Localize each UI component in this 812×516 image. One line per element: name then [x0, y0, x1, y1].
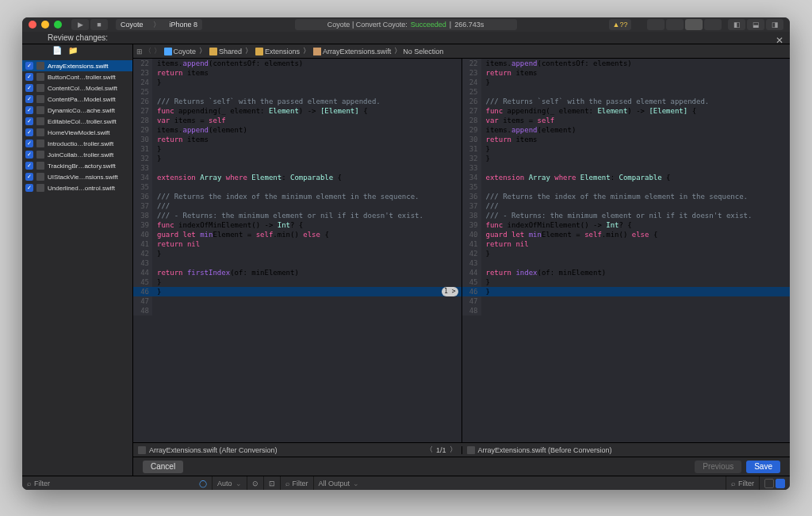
filter-left[interactable]: ⌕ Filter ◯ [22, 476, 213, 490]
run-button[interactable]: ▶ [71, 19, 89, 30]
code-line[interactable]: 30 return items [462, 135, 791, 144]
cancel-button[interactable]: Cancel [143, 461, 183, 473]
code-line[interactable]: 38 /// - Returns: the minimum element or… [133, 211, 462, 220]
clock-icon[interactable]: ◯ [199, 480, 207, 487]
code-line[interactable]: 43 [133, 258, 462, 268]
code-line[interactable]: 28 var items = self [462, 116, 791, 125]
code-line[interactable]: 29 items.append(element) [462, 125, 791, 135]
code-line[interactable]: 45 } [133, 277, 462, 287]
diff-badge[interactable]: 1 > [442, 287, 458, 296]
code-line[interactable]: 47 [133, 296, 462, 306]
code-line[interactable]: 22 items.append(contentsOf: elements) [462, 59, 791, 68]
file-checkbox[interactable]: ✓ [25, 162, 33, 170]
library-button[interactable] [704, 19, 722, 30]
code-line[interactable]: 22 items.append(contentsOf: elements) [133, 59, 462, 68]
code-line[interactable]: 34extension Array where Element: Compara… [462, 173, 791, 182]
filter-center[interactable]: ⌕Filter [281, 476, 314, 490]
code-line[interactable]: 31 } [133, 144, 462, 154]
code-line[interactable]: 26 /// Returns `self` with the passed el… [462, 97, 791, 106]
code-line[interactable]: 32} [462, 154, 791, 163]
auto-menu[interactable]: Auto⌄ [213, 476, 247, 490]
close-icon[interactable] [29, 21, 36, 29]
code-line[interactable]: 24 } [462, 78, 791, 87]
code-line[interactable]: 31 } [462, 144, 791, 154]
code-line[interactable]: 48 [133, 306, 462, 315]
close-button[interactable]: ✕ [776, 35, 783, 46]
code-line[interactable]: 27 func appending(_ element: Element) ->… [462, 106, 791, 116]
code-line[interactable]: 44 return index(of: minElement) [462, 268, 791, 277]
code-line[interactable]: 25 [462, 87, 791, 97]
code-line[interactable]: 32} [133, 154, 462, 163]
related-items-icon[interactable]: ⊞ [136, 48, 143, 55]
bottom-panel-toggle[interactable]: ⬓ [747, 19, 764, 30]
code-line[interactable]: 35 [133, 182, 462, 192]
file-row[interactable]: ✓ContentCol…Model.swift [22, 82, 132, 94]
file-row[interactable]: ✓UIStackVie…nsions.swift [22, 171, 132, 182]
save-button[interactable]: Save [746, 461, 780, 473]
code-line[interactable]: 43 [462, 258, 791, 268]
icon-button[interactable]: ⊡ [264, 476, 281, 490]
code-line[interactable]: 42 } [133, 249, 462, 258]
console-toggle[interactable] [776, 479, 785, 488]
code-line[interactable]: 48 [462, 306, 791, 315]
code-line[interactable]: 28 var items = self [133, 116, 462, 125]
jump-bar[interactable]: ⊞ 〈 〉 Coyote 〉 Shared 〉 Extensions 〉 Arr… [133, 44, 790, 59]
status-box[interactable]: Coyote | Convert Coyote: Succeeded | 266… [295, 19, 517, 30]
code-line[interactable]: 44 return firstIndex(of: minElement) [133, 268, 462, 277]
icon-button[interactable]: ⊙ [247, 476, 264, 490]
issues-indicator[interactable]: ▲ ?? [609, 19, 631, 30]
file-row[interactable]: ✓ContentPa…Model.swift [22, 94, 132, 105]
standard-editor-button[interactable] [647, 19, 665, 30]
file-row[interactable]: ✓DynamicCo…ache.swift [22, 105, 132, 116]
code-line[interactable]: 41 return nil [462, 239, 791, 249]
code-line[interactable]: 39 func indexOfMinElement() -> Int? { [133, 220, 462, 230]
stop-button[interactable]: ■ [90, 19, 108, 30]
right-pane[interactable]: 22 items.append(contentsOf: elements)23 … [462, 59, 791, 442]
code-line[interactable]: 39 func indexOfMinElement() -> Int? { [462, 220, 791, 230]
assistant-editor-button[interactable] [666, 19, 684, 30]
version-editor-button[interactable] [685, 19, 703, 30]
left-pane[interactable]: 22 items.append(contentsOf: elements)23 … [133, 59, 462, 442]
next-diff-button[interactable]: 〉 [450, 445, 457, 455]
file-checkbox[interactable]: ✓ [25, 95, 33, 103]
file-checkbox[interactable]: ✓ [25, 151, 33, 159]
code-line[interactable]: 29 items.append(element) [133, 125, 462, 135]
previous-button[interactable]: Previous [695, 461, 741, 473]
file-checkbox[interactable]: ✓ [25, 73, 33, 81]
file-checkbox[interactable]: ✓ [25, 117, 33, 125]
code-line[interactable]: 34extension Array where Element: Compara… [133, 173, 462, 182]
file-checkbox[interactable]: ✓ [25, 140, 33, 147]
file-row[interactable]: ✓Underlined…ontrol.swift [22, 182, 132, 193]
code-line[interactable]: 40 guard let minElement = self.min() els… [133, 230, 462, 239]
code-line[interactable]: 42 } [462, 249, 791, 258]
code-line[interactable]: 40 guard let minElement = self.min() els… [462, 230, 791, 239]
zoom-icon[interactable] [54, 21, 62, 29]
code-line[interactable]: 46} [462, 287, 791, 296]
code-line[interactable]: 24 } [133, 78, 462, 87]
file-row[interactable]: ✓HomeViewModel.swift [22, 127, 132, 138]
variables-toggle[interactable] [764, 479, 774, 488]
code-line[interactable]: 30 return items [133, 135, 462, 144]
file-row[interactable]: ✓ButtonCont…troller.swift [22, 71, 132, 82]
code-line[interactable]: 33 [462, 163, 791, 173]
right-panel-toggle[interactable]: ◨ [766, 19, 783, 30]
all-output-menu[interactable]: All Output⌄ [314, 476, 726, 490]
code-line[interactable]: 41 return nil [133, 239, 462, 249]
file-checkbox[interactable]: ✓ [25, 84, 33, 92]
file-checkbox[interactable]: ✓ [25, 184, 33, 192]
left-panel-toggle[interactable]: ◧ [728, 19, 745, 30]
file-row[interactable]: ✓Introductio…troller.swift [22, 138, 132, 149]
file-checkbox[interactable]: ✓ [25, 173, 33, 181]
file-row[interactable]: ✓EditableCol…troller.swift [22, 116, 132, 127]
scheme-selector[interactable]: Coyote 〉 iPhone 8 [116, 19, 202, 30]
file-icon[interactable]: 📄 [52, 46, 62, 59]
code-line[interactable]: 45 } [462, 277, 791, 287]
file-checkbox[interactable]: ✓ [25, 128, 33, 136]
folder-icon[interactable]: 📁 [68, 46, 78, 59]
code-line[interactable]: 33 [133, 163, 462, 173]
code-line[interactable]: 23 return items [462, 68, 791, 78]
prev-diff-button[interactable]: 〈 [426, 445, 433, 455]
code-line[interactable]: 37 /// [462, 201, 791, 211]
file-checkbox[interactable]: ✓ [25, 62, 33, 70]
code-line[interactable]: 35 [462, 182, 791, 192]
